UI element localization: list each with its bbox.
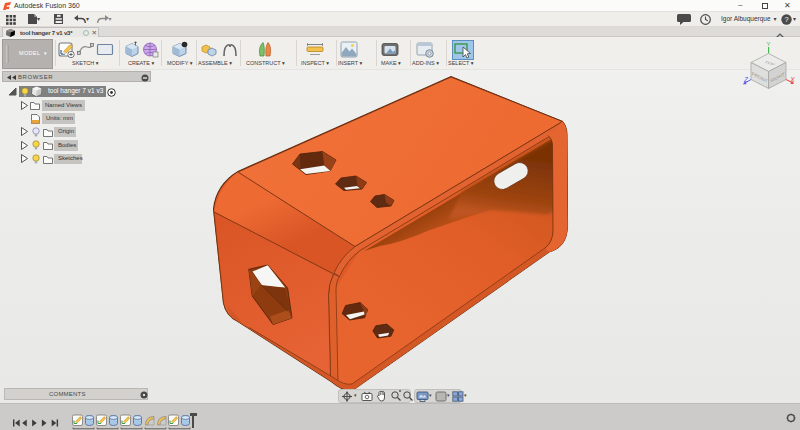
svg-text:Z: Z (743, 76, 749, 83)
svg-text:Y: Y (767, 41, 771, 47)
svg-text:?: ? (784, 15, 788, 24)
svg-text:X: X (789, 76, 795, 83)
